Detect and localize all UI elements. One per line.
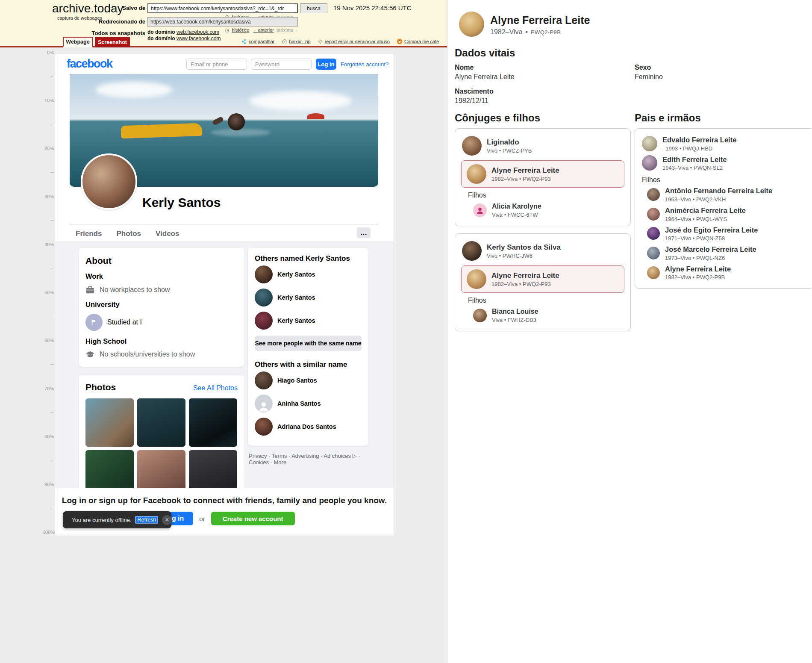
footer-link[interactable]: Cookies bbox=[249, 459, 274, 466]
history-link[interactable]: histórico bbox=[232, 27, 249, 32]
ruler-label: 90% bbox=[43, 482, 54, 487]
avatar bbox=[647, 247, 660, 259]
avatar bbox=[255, 418, 273, 436]
footer-link[interactable]: Advertising bbox=[291, 453, 324, 459]
download-zip-link[interactable]: baixar .zip bbox=[282, 39, 311, 44]
umbrella-shape bbox=[307, 113, 324, 119]
more-options-button[interactable]: … bbox=[357, 227, 371, 238]
domain-web-link[interactable]: web.facebook.com bbox=[177, 29, 219, 35]
family-member-row[interactable]: Edith Ferreira Leite 1943–Viva • PWQN-SL… bbox=[641, 153, 808, 173]
person-name[interactable]: Kerly Santos da Silva bbox=[487, 243, 561, 252]
see-all-photos-link[interactable]: See All Photos bbox=[193, 384, 238, 392]
person-name[interactable]: Edith Ferreira Leite bbox=[662, 155, 727, 164]
family-member-row[interactable]: Alyne Ferreira Leite 1982–Viva • PWQ2-P9… bbox=[646, 263, 808, 283]
sex-value: Feminino bbox=[635, 73, 663, 81]
tab-friends[interactable]: Friends bbox=[76, 230, 102, 241]
profile-picture[interactable] bbox=[81, 153, 137, 210]
person-name[interactable]: Bianca Louise bbox=[492, 307, 538, 316]
tab-videos[interactable]: Videos bbox=[156, 230, 179, 241]
person-name[interactable]: José do Egito Ferreira Leite bbox=[665, 226, 758, 235]
avatar bbox=[647, 188, 660, 201]
family-member-row[interactable]: Edvaldo Ferreira Leite –1993 • PWQJ-HBD bbox=[641, 134, 808, 153]
highschool-label: High School bbox=[85, 337, 238, 345]
list-item[interactable]: Adriana Dos Santos bbox=[255, 415, 362, 438]
password-field[interactable] bbox=[251, 59, 312, 70]
family-member-row[interactable]: Kerly Santos da Silva Vivo • PWHC-JW6 bbox=[461, 239, 624, 263]
facebook-logo[interactable]: facebook bbox=[67, 57, 112, 71]
redirected-url-input[interactable] bbox=[147, 17, 298, 27]
person-name[interactable]: Alyne Ferreira Leite bbox=[491, 166, 559, 175]
ruler-tick bbox=[50, 76, 53, 77]
person-name[interactable]: Liginaldo bbox=[487, 138, 532, 147]
offline-toast: You are currently offline. Refresh ✕ bbox=[63, 511, 171, 528]
person-name[interactable]: Animércia Ferreira Leite bbox=[665, 206, 746, 215]
focus-person-row[interactable]: Alyne Ferreira Leite 1982–Viva • PWQ2-P9… bbox=[461, 265, 624, 293]
person-detail: Viva • FWHZ-DB3 bbox=[492, 317, 538, 323]
photo-thumbnail[interactable] bbox=[189, 398, 237, 447]
family-member-row[interactable]: Animércia Ferreira Leite 1964–Viva • PWQ… bbox=[646, 204, 808, 224]
photo-thumbnail[interactable] bbox=[85, 398, 134, 447]
list-item[interactable]: Aninha Santos bbox=[255, 392, 362, 415]
family-member-row[interactable]: Liginaldo Vivo • PWCZ-PYB bbox=[461, 134, 624, 158]
family-member-row[interactable]: Antônio Fernando Ferreira Leite 1963–Viv… bbox=[646, 185, 808, 204]
list-item[interactable]: Kerly Santos bbox=[255, 263, 362, 286]
university-value[interactable]: Studied at I bbox=[107, 318, 142, 326]
avatar bbox=[642, 136, 657, 151]
share-links-row: compartilhar baixar .zip report errar or… bbox=[241, 38, 391, 44]
person-subtitle: 1982–Viva • PWQ2-P9B bbox=[490, 28, 561, 36]
person-portrait[interactable] bbox=[459, 12, 484, 37]
person-name[interactable]: Antônio Fernando Ferreira Leite bbox=[665, 186, 772, 195]
facebook-footer-links: Privacy Terms Advertising Ad choices ▷ C… bbox=[248, 453, 368, 466]
person-id[interactable]: PWQ2-P9B bbox=[531, 29, 561, 35]
footer-link[interactable]: Ad choices ▷ bbox=[324, 453, 360, 459]
cloud-download-icon bbox=[282, 39, 288, 44]
university-row[interactable]: Studied at I bbox=[85, 314, 238, 331]
footer-link[interactable]: Privacy bbox=[249, 453, 272, 459]
person-name[interactable]: Alyne Ferreira Leite bbox=[491, 271, 559, 280]
list-item[interactable]: Hiago Santos bbox=[255, 369, 362, 392]
family-member-row[interactable]: Bianca Louise Viva • FWHZ-DB3 bbox=[472, 306, 624, 325]
about-title: About bbox=[85, 256, 238, 266]
share-link[interactable]: compartilhar bbox=[241, 39, 275, 44]
footer-link[interactable]: Terms bbox=[272, 453, 291, 459]
ruler-tick bbox=[50, 172, 53, 173]
domain-www-link[interactable]: www.facebook.com bbox=[177, 35, 221, 41]
avatar bbox=[473, 309, 487, 322]
list-item[interactable]: Kerly Santos bbox=[255, 286, 362, 309]
family-member-row[interactable]: Alicia Karolyne Viva • FWCC-6TW bbox=[472, 200, 624, 220]
see-more-people-button[interactable]: See more people with the same name bbox=[255, 336, 362, 351]
close-icon[interactable]: ✕ bbox=[162, 515, 172, 525]
forgotten-account-link[interactable]: Forgotten account? bbox=[341, 61, 388, 68]
family-member-row[interactable]: José Marcelo Ferreira Leite 1973–Vivo • … bbox=[646, 243, 808, 263]
login-button[interactable]: Log in bbox=[316, 59, 336, 70]
email-field[interactable] bbox=[186, 59, 247, 70]
focus-person-row[interactable]: Alyne Ferreira Leite 1982–Viva • PWQ2-P9… bbox=[461, 160, 624, 188]
splash-shape bbox=[211, 129, 271, 136]
search-button[interactable]: busca bbox=[300, 3, 327, 13]
list-item[interactable]: Kerly Santos bbox=[255, 309, 362, 332]
refresh-link[interactable]: Refresh bbox=[135, 516, 158, 524]
create-account-button[interactable]: Create new account bbox=[211, 512, 295, 525]
previous-link[interactable]: ←anterior bbox=[253, 27, 274, 32]
photo-thumbnail[interactable] bbox=[137, 398, 185, 447]
person-name[interactable]: Alyne Ferreira Leite bbox=[665, 265, 731, 274]
saved-url-input[interactable] bbox=[147, 3, 298, 13]
briefcase-icon bbox=[85, 286, 95, 294]
person-detail: 1963–Vivo • PWQ2-VKH bbox=[665, 196, 772, 203]
footer-link[interactable]: More bbox=[274, 459, 287, 466]
birth-label: Nascimento bbox=[455, 88, 494, 95]
about-card: About Work No workplaces to show Univers… bbox=[79, 248, 244, 367]
tab-webpage[interactable]: Webpage bbox=[63, 37, 93, 47]
report-error-link[interactable]: report errar or denunciar abuso bbox=[318, 39, 390, 44]
ruler-label: 80% bbox=[43, 434, 54, 439]
buy-coffee-link[interactable]: Compra me café bbox=[397, 38, 439, 44]
page-title: Alyne Ferreira Leite bbox=[490, 14, 590, 27]
person-name[interactable]: Alicia Karolyne bbox=[492, 202, 541, 211]
family-member-row[interactable]: José do Egito Ferreira Leite 1971–Vivo •… bbox=[646, 224, 808, 244]
ruler-tick bbox=[50, 316, 53, 316]
sparkle-icon bbox=[318, 39, 323, 44]
person-name[interactable]: José Marcelo Ferreira Leite bbox=[665, 245, 756, 254]
tab-screenshot[interactable]: Screenshot bbox=[95, 37, 130, 47]
person-name[interactable]: Edvaldo Ferreira Leite bbox=[662, 136, 736, 144]
tab-photos[interactable]: Photos bbox=[116, 230, 141, 241]
